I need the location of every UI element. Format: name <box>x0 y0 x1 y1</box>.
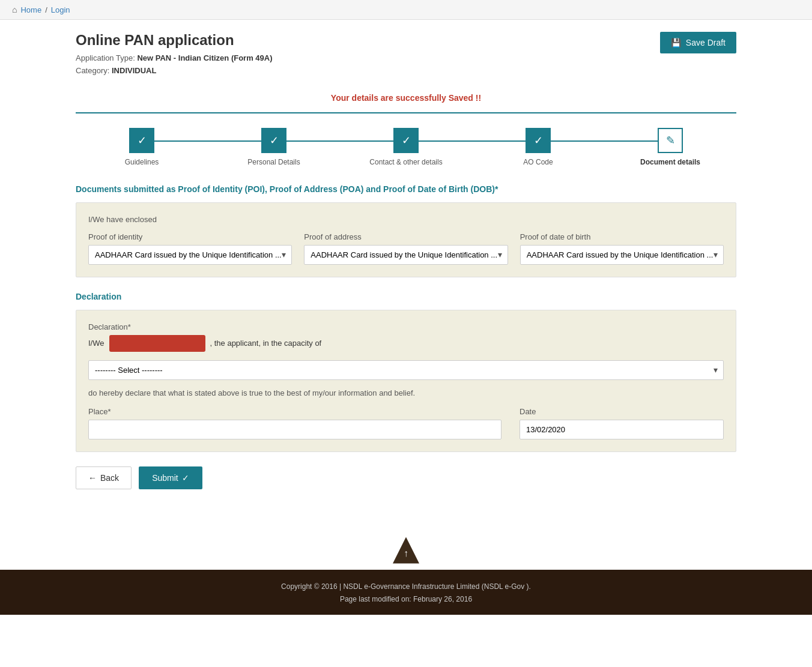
declaration-label: Declaration* <box>88 322 724 331</box>
page-header: Online PAN application Application Type:… <box>76 32 736 77</box>
place-input[interactable] <box>88 420 501 439</box>
page-title: Online PAN application <box>76 32 273 49</box>
step-guidelines: ✓ Guidelines <box>76 128 208 166</box>
step-label-personal: Personal Details <box>247 158 300 166</box>
step-circle-personal: ✓ <box>261 128 286 153</box>
stepper: ✓ Guidelines ✓ Personal Details ✓ Contac… <box>76 128 736 166</box>
declaration-row: I/We , the applicant, in the capacity of <box>88 335 724 352</box>
submit-button[interactable]: Submit ✓ <box>139 466 202 489</box>
date-input[interactable] <box>520 420 724 439</box>
breadcrumb: ⌂ Home / Login <box>12 5 800 14</box>
proof-dob-field: Proof of date of birth AADHAAR Card issu… <box>520 232 724 265</box>
declare-text: do hereby declare that what is stated ab… <box>88 388 724 397</box>
place-date-row: Place* Date <box>88 407 724 439</box>
category-value: INDIVIDUAL <box>112 66 156 75</box>
footer: Copyright © 2016 | NSDL e-Governance Inf… <box>0 570 812 615</box>
divider <box>76 112 736 113</box>
date-field: Date <box>520 407 724 439</box>
step-label-contact: Contact & other details <box>369 158 442 166</box>
proof-address-label: Proof of address <box>304 232 507 241</box>
success-message: Your details are successfully Saved !! <box>76 87 736 109</box>
step-label-ao: AO Code <box>523 158 553 166</box>
arrow-up-icon: ↑ <box>404 548 408 559</box>
capacity-select[interactable]: -------- Select -------- <box>88 360 724 380</box>
step-circle-contact: ✓ <box>393 128 419 153</box>
category-label: Category: <box>76 66 109 75</box>
step-document: ✎ Document details <box>604 128 736 166</box>
home-icon: ⌂ <box>12 5 17 14</box>
step-contact: ✓ Contact & other details <box>340 128 472 166</box>
date-label: Date <box>520 407 724 416</box>
step-label-document: Document details <box>640 158 700 166</box>
proof-identity-label: Proof of identity <box>88 232 292 241</box>
back-arrow-icon: ← <box>88 473 97 483</box>
place-field: Place* <box>88 407 501 439</box>
step-line-2 <box>274 140 406 142</box>
login-link[interactable]: Login <box>51 5 70 14</box>
page-meta: Application Type: New PAN - Indian Citiz… <box>76 52 273 77</box>
home-link[interactable]: Home <box>20 5 41 14</box>
save-draft-button[interactable]: 💾 Save Draft <box>660 32 736 53</box>
place-label: Place* <box>88 407 501 416</box>
back-button[interactable]: ← Back <box>76 466 132 489</box>
proof-dob-label: Proof of date of birth <box>520 232 724 241</box>
app-type-value: New PAN - Indian Citizen (Form 49A) <box>137 53 272 62</box>
save-icon: 💾 <box>671 38 681 47</box>
step-circle-document: ✎ <box>658 128 683 153</box>
app-type-label: Application Type: <box>76 53 135 62</box>
declaration-panel: Declaration* I/We , the applicant, in th… <box>76 310 736 452</box>
step-personal: ✓ Personal Details <box>208 128 340 166</box>
step-line-1 <box>142 140 274 142</box>
step-label-guidelines: Guidelines <box>125 158 159 166</box>
scroll-top-button[interactable]: ↑ <box>393 537 419 564</box>
step-ao-code: ✓ AO Code <box>472 128 604 166</box>
step-line-4 <box>538 140 670 142</box>
last-modified-text: Page last modified on: February 26, 2016 <box>6 593 806 606</box>
step-circle-ao: ✓ <box>526 128 551 153</box>
proof-identity-select[interactable]: AADHAAR Card issued by the Unique Identi… <box>88 245 292 265</box>
documents-section-title: Documents submitted as Proof of Identity… <box>76 184 736 194</box>
proof-dob-select[interactable]: AADHAAR Card issued by the Unique Identi… <box>520 245 724 265</box>
proof-identity-field: Proof of identity AADHAAR Card issued by… <box>88 232 292 265</box>
step-circle-guidelines: ✓ <box>129 128 154 153</box>
breadcrumb-separator: / <box>45 5 47 14</box>
declaration-section-title: Declaration <box>76 292 736 301</box>
step-line-3 <box>406 140 538 142</box>
proof-address-select[interactable]: AADHAAR Card issued by the Unique Identi… <box>304 245 507 265</box>
copyright-text: Copyright © 2016 | NSDL e-Governance Inf… <box>6 581 806 594</box>
form-actions: ← Back Submit ✓ <box>76 466 736 489</box>
documents-panel: I/We have enclosed Proof of identity AAD… <box>76 202 736 277</box>
checkmark-icon: ✓ <box>182 473 189 483</box>
i-we-text: I/We <box>88 339 105 348</box>
enclosed-label: I/We have enclosed <box>88 215 724 224</box>
capacity-text: , the applicant, in the capacity of <box>210 339 322 348</box>
redacted-name <box>109 335 205 352</box>
scroll-top-wrapper: ↑ <box>0 525 812 564</box>
proof-address-field: Proof of address AADHAAR Card issued by … <box>304 232 507 265</box>
